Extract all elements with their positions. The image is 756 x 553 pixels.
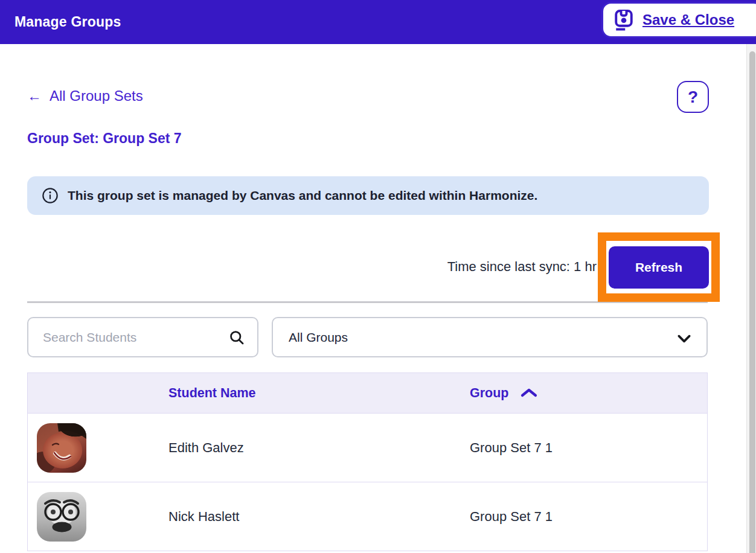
- table-row[interactable]: Nick Haslett Group Set 7 1: [28, 482, 707, 551]
- students-table: Student Name Group: [27, 372, 708, 551]
- back-link-label: All Group Sets: [50, 88, 143, 104]
- avatar: [37, 423, 86, 473]
- help-button[interactable]: ?: [677, 81, 709, 113]
- save-close-label: Save & Close: [642, 11, 734, 28]
- search-students-box: [27, 317, 258, 357]
- group-filter-value: All Groups: [289, 330, 348, 345]
- page-title: Manage Groups: [14, 0, 121, 44]
- manage-groups-window: Manage Groups Save & Close ← All Group S…: [0, 0, 756, 553]
- column-header-student-name[interactable]: Student Name: [168, 386, 470, 401]
- chevron-down-icon: [676, 332, 692, 348]
- table-row[interactable]: Edith Galvez Group Set 7 1: [28, 413, 707, 482]
- sync-status-text: Time since last sync: 1 hr: [447, 259, 597, 275]
- group-set-title: Group Set: Group Set 7: [27, 130, 182, 147]
- student-name: Edith Galvez: [168, 440, 470, 456]
- back-link-all-group-sets[interactable]: ← All Group Sets: [27, 88, 143, 104]
- table-header-row: Student Name Group: [28, 373, 707, 413]
- annotation-highlight-box: Refresh: [598, 232, 720, 302]
- save-icon: [613, 9, 635, 31]
- avatar: [37, 492, 86, 542]
- column-header-group[interactable]: Group: [470, 386, 707, 401]
- student-group: Group Set 7 1: [470, 509, 707, 525]
- group-filter-select[interactable]: All Groups: [272, 317, 708, 357]
- student-group: Group Set 7 1: [470, 440, 707, 456]
- search-icon[interactable]: [228, 329, 245, 348]
- help-icon: ?: [688, 88, 698, 107]
- search-students-input[interactable]: [28, 318, 257, 356]
- save-close-button[interactable]: Save & Close: [601, 2, 756, 38]
- info-banner: This group set is managed by Canvas and …: [27, 176, 709, 215]
- student-name: Nick Haslett: [168, 509, 470, 525]
- scrollbar-thumb[interactable]: [749, 51, 755, 553]
- info-icon: [42, 187, 59, 204]
- sort-ascending-icon: [520, 388, 538, 398]
- banner-message: This group set is managed by Canvas and …: [68, 188, 537, 203]
- scrollbar[interactable]: [746, 44, 756, 553]
- refresh-button[interactable]: Refresh: [609, 246, 709, 289]
- back-arrow-icon: ←: [27, 88, 42, 104]
